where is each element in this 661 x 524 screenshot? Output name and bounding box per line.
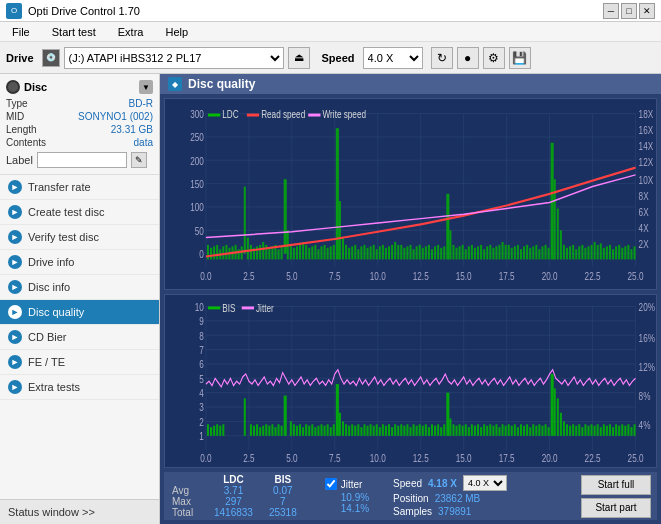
svg-rect-279 <box>342 421 344 435</box>
nav-section: ► Transfer rate ► Create test disc ► Ver… <box>0 175 159 499</box>
svg-rect-270 <box>311 424 313 435</box>
menu-file[interactable]: File <box>8 24 34 40</box>
disc-contents-label: Contents <box>6 137 46 148</box>
svg-rect-109 <box>400 245 402 260</box>
svg-rect-156 <box>545 245 547 260</box>
svg-rect-149 <box>523 246 525 259</box>
disc-label-label: Label <box>6 154 33 166</box>
svg-text:10.0: 10.0 <box>370 451 386 464</box>
svg-rect-260 <box>274 427 276 436</box>
drive-select[interactable]: (J:) ATAPI iHBS312 2 PL17 <box>64 47 284 69</box>
drive-icon: 💿 <box>42 49 60 67</box>
svg-rect-351 <box>572 424 574 435</box>
nav-verify-test-disc[interactable]: ► Verify test disc <box>0 225 159 250</box>
svg-text:7: 7 <box>199 343 204 356</box>
total-ldc: 1416833 <box>206 507 261 518</box>
minimize-button[interactable]: ─ <box>603 3 619 19</box>
svg-rect-309 <box>434 425 436 435</box>
nav-fe-te[interactable]: ► FE / TE <box>0 350 159 375</box>
start-full-button[interactable]: Start full <box>581 475 651 495</box>
avg-bis: 0.07 <box>261 485 305 496</box>
nav-extra-tests[interactable]: ► Extra tests <box>0 375 159 400</box>
svg-rect-253 <box>253 425 255 435</box>
menu-bar: File Start test Extra Help <box>0 22 661 42</box>
svg-rect-78 <box>305 245 307 260</box>
svg-rect-355 <box>584 424 586 435</box>
svg-rect-112 <box>409 245 411 260</box>
svg-rect-297 <box>397 425 399 435</box>
speed-select[interactable]: 4.0 X 2.0 X 1.0 X <box>363 47 423 69</box>
svg-rect-185 <box>633 246 635 259</box>
eject-button[interactable]: ⏏ <box>288 47 310 69</box>
nav-drive-info[interactable]: ► Drive info <box>0 250 159 275</box>
nav-disc-info[interactable]: ► Disc info <box>0 275 159 300</box>
content-area: ◆ Disc quality <box>160 74 661 524</box>
svg-rect-322 <box>477 424 479 435</box>
title-bar: O Opti Drive Control 1.70 ─ □ ✕ <box>0 0 661 22</box>
svg-rect-336 <box>520 424 522 435</box>
svg-rect-92 <box>348 248 350 260</box>
svg-rect-76 <box>299 245 301 260</box>
svg-rect-287 <box>367 425 369 435</box>
svg-rect-128 <box>459 246 461 259</box>
menu-extra[interactable]: Extra <box>114 24 148 40</box>
svg-rect-162 <box>563 245 565 260</box>
svg-rect-357 <box>591 424 593 435</box>
nav-icon-cd-bier: ► <box>8 330 22 344</box>
svg-text:22.5: 22.5 <box>585 269 601 282</box>
jitter-max: 14.1% <box>325 503 369 514</box>
disc-label-edit-button[interactable]: ✎ <box>131 152 147 168</box>
nav-label-extra-tests: Extra tests <box>28 381 80 393</box>
svg-rect-366 <box>618 425 620 435</box>
svg-rect-82 <box>317 249 319 259</box>
nav-icon-disc-quality: ► <box>8 305 22 319</box>
settings-button[interactable]: ⚙ <box>483 47 505 69</box>
svg-rect-147 <box>517 245 519 260</box>
svg-rect-136 <box>483 249 485 259</box>
svg-rect-115 <box>419 245 421 260</box>
save-button[interactable]: 💾 <box>509 47 531 69</box>
svg-rect-350 <box>569 425 571 435</box>
nav-disc-quality[interactable]: ► Disc quality <box>0 300 159 325</box>
menu-start-test[interactable]: Start test <box>48 24 100 40</box>
nav-transfer-rate[interactable]: ► Transfer rate <box>0 175 159 200</box>
svg-rect-127 <box>456 248 458 260</box>
nav-cd-bier[interactable]: ► CD Bier <box>0 325 159 350</box>
speed-stat-select[interactable]: 4.0 X <box>463 475 507 491</box>
maximize-button[interactable]: □ <box>621 3 637 19</box>
nav-create-test-disc[interactable]: ► Create test disc <box>0 200 159 225</box>
disc-action-button[interactable]: ● <box>457 47 479 69</box>
svg-rect-277 <box>333 424 335 435</box>
svg-text:200: 200 <box>190 154 204 167</box>
svg-rect-347 <box>560 412 562 435</box>
stats-table: LDC BIS Avg 3.71 0.07 Max 297 7 <box>170 474 305 518</box>
svg-rect-83 <box>320 246 322 259</box>
jitter-section: Jitter 10.9% 14.1% <box>325 478 369 514</box>
svg-rect-62 <box>256 246 258 259</box>
start-part-button[interactable]: Start part <box>581 498 651 518</box>
menu-help[interactable]: Help <box>161 24 192 40</box>
svg-rect-326 <box>489 424 491 435</box>
disc-label-input[interactable] <box>37 152 127 168</box>
svg-rect-264 <box>293 424 295 435</box>
close-button[interactable]: ✕ <box>639 3 655 19</box>
svg-rect-178 <box>612 249 614 259</box>
nav-icon-transfer-rate: ► <box>8 180 22 194</box>
svg-rect-188 <box>247 114 259 117</box>
svg-text:15.0: 15.0 <box>456 269 472 282</box>
status-window-button[interactable]: Status window >> <box>0 499 159 524</box>
svg-rect-367 <box>621 424 623 435</box>
nav-label-disc-quality: Disc quality <box>28 306 84 318</box>
svg-rect-66 <box>268 248 270 260</box>
refresh-button[interactable]: ↻ <box>431 47 453 69</box>
svg-rect-254 <box>256 424 258 435</box>
svg-text:0.0: 0.0 <box>200 269 212 282</box>
disc-expand-button[interactable]: ▼ <box>139 80 153 94</box>
svg-rect-329 <box>498 427 500 436</box>
svg-rect-293 <box>385 425 387 435</box>
svg-text:2.5: 2.5 <box>243 451 255 464</box>
jitter-checkbox[interactable] <box>325 478 337 490</box>
svg-rect-174 <box>600 243 602 259</box>
svg-rect-312 <box>443 424 445 435</box>
svg-text:0: 0 <box>199 248 204 261</box>
